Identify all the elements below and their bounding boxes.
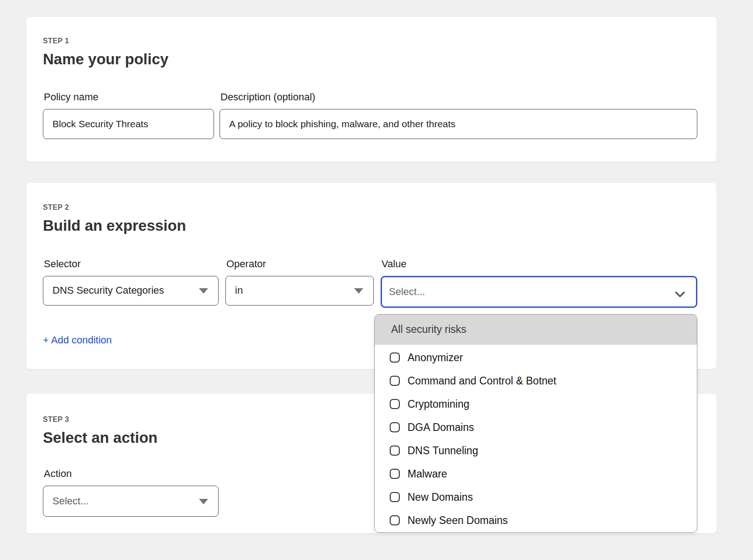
add-condition-link[interactable]: + Add condition	[43, 334, 112, 346]
description-label: Description (optional)	[220, 91, 697, 103]
action-label: Action	[43, 468, 219, 480]
option-checkbox[interactable]	[390, 399, 400, 409]
selector-select[interactable]: DNS Security Categories	[43, 276, 219, 306]
step2-title: Build an expression	[43, 216, 697, 235]
dropdown-options-list: Anonymizer Command and Control & Botnet …	[375, 345, 697, 532]
step1-title: Name your policy	[43, 50, 697, 68]
description-field-group: Description (optional)	[220, 91, 697, 139]
option-row-malware[interactable]: Malware	[375, 462, 697, 486]
step1-card: STEP 1 Name your policy Policy name Desc…	[26, 16, 717, 162]
option-label: Newly Seen Domains	[408, 514, 508, 527]
option-checkbox[interactable]	[390, 492, 400, 502]
step2-label: STEP 2	[43, 203, 697, 212]
value-dropdown-panel: All security risks Anonymizer Command an…	[374, 314, 697, 533]
option-checkbox[interactable]	[390, 446, 400, 456]
operator-selected-value: in	[235, 285, 243, 296]
operator-label: Operator	[225, 258, 374, 270]
operator-select[interactable]: in	[225, 276, 374, 306]
policy-name-field-group: Policy name	[43, 91, 214, 139]
option-row-command-and-control-botnet[interactable]: Command and Control & Botnet	[375, 369, 697, 393]
option-checkbox[interactable]	[390, 353, 400, 363]
action-placeholder: Select...	[52, 495, 89, 507]
step2-card: STEP 2 Build an expression Selector DNS …	[26, 182, 717, 369]
dropdown-arrow-icon	[354, 288, 363, 294]
option-label: DNS Tunneling	[408, 445, 478, 457]
selector-label: Selector	[43, 258, 219, 270]
option-label: New Domains	[408, 491, 473, 503]
value-combobox[interactable]: Select...	[381, 276, 697, 308]
option-row-newly-seen-domains[interactable]: Newly Seen Domains	[375, 509, 697, 532]
action-select[interactable]: Select...	[43, 486, 219, 517]
option-checkbox[interactable]	[390, 422, 400, 432]
expression-row: Selector DNS Security Categories Operato…	[43, 258, 697, 308]
operator-field-group: Operator in	[225, 258, 374, 308]
policy-builder-page: STEP 1 Name your policy Policy name Desc…	[0, 0, 753, 534]
option-row-anonymizer[interactable]: Anonymizer	[375, 346, 697, 369]
option-checkbox[interactable]	[390, 515, 400, 525]
option-label: Cryptomining	[408, 398, 470, 410]
option-row-dns-tunneling[interactable]: DNS Tunneling	[375, 439, 697, 462]
option-label: Command and Control & Botnet	[408, 375, 556, 387]
dropdown-arrow-icon	[199, 499, 208, 504]
selector-selected-value: DNS Security Categories	[52, 285, 164, 296]
dropdown-group-header: All security risks	[375, 315, 697, 345]
value-combobox-wrap: Select... All security risks	[381, 276, 697, 308]
option-checkbox[interactable]	[390, 376, 400, 386]
option-label: Anonymizer	[408, 352, 463, 364]
value-field-group: Value Select... All security risks	[381, 258, 697, 308]
option-row-cryptomining[interactable]: Cryptomining	[375, 393, 697, 416]
value-placeholder: Select...	[389, 286, 425, 298]
policy-name-input[interactable]	[43, 109, 214, 139]
option-label: DGA Domains	[408, 421, 474, 434]
description-input[interactable]	[220, 109, 697, 139]
option-row-dga-domains[interactable]: DGA Domains	[375, 416, 697, 439]
step1-label: STEP 1	[43, 37, 697, 45]
option-checkbox[interactable]	[390, 469, 400, 479]
action-field-group: Action Select...	[43, 468, 219, 517]
policy-name-label: Policy name	[43, 91, 214, 103]
dropdown-arrow-icon	[199, 288, 208, 294]
step1-fields-row: Policy name Description (optional)	[43, 91, 697, 139]
value-label: Value	[381, 258, 697, 270]
chevron-down-icon	[675, 289, 685, 301]
option-label: Malware	[408, 468, 447, 480]
selector-field-group: Selector DNS Security Categories	[43, 258, 219, 308]
option-row-new-domains[interactable]: New Domains	[375, 486, 697, 509]
